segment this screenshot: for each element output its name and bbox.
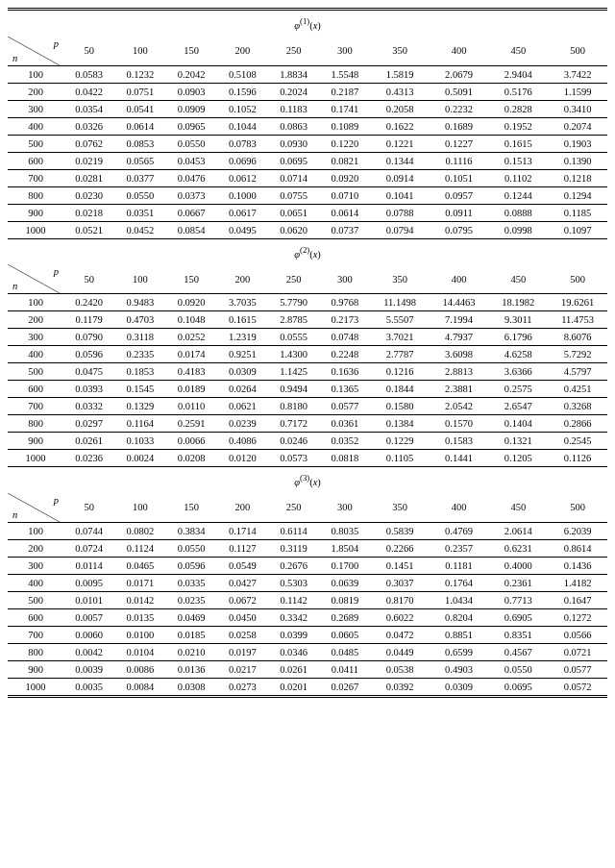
data-cell: 1.1599 xyxy=(548,83,607,100)
corner-cell: p n xyxy=(8,264,63,294)
data-cell: 0.8170 xyxy=(371,591,430,608)
data-cell: 0.0888 xyxy=(488,204,548,221)
data-cell: 0.1436 xyxy=(548,557,607,574)
data-cell: 0.1044 xyxy=(217,117,268,135)
data-cell: 0.1179 xyxy=(63,311,114,329)
data-cell: 1.1425 xyxy=(268,363,319,381)
data-cell: 0.1390 xyxy=(548,152,607,169)
data-cell: 1.4300 xyxy=(268,346,319,363)
data-cell: 0.0755 xyxy=(268,186,319,204)
data-cell: 0.1583 xyxy=(430,433,489,450)
data-cell: 0.0550 xyxy=(114,186,165,204)
data-cell: 11.1498 xyxy=(371,294,430,311)
col-header: 450 xyxy=(488,264,548,294)
data-cell: 0.0788 xyxy=(371,204,430,221)
data-cell: 0.0577 xyxy=(319,398,370,415)
data-cell: 0.0538 xyxy=(371,660,430,678)
table-row: 8000.00420.01040.02100.01970.03460.04850… xyxy=(8,643,607,660)
table-row: 4000.05960.23350.01740.92511.43000.22482… xyxy=(8,346,607,363)
data-cell: 0.1441 xyxy=(430,450,489,467)
data-cell: 0.1903 xyxy=(548,135,607,152)
row-header: 400 xyxy=(8,574,63,591)
row-header: 200 xyxy=(8,539,63,557)
col-header: 500 xyxy=(548,37,607,66)
data-cell: 6.2039 xyxy=(548,522,607,539)
row-header: 200 xyxy=(8,311,63,329)
data-cell: 0.0057 xyxy=(63,608,114,626)
data-cell: 0.1033 xyxy=(114,433,165,450)
data-cell: 0.2420 xyxy=(63,294,114,311)
table-row: 5000.01010.01420.02350.06720.11420.08190… xyxy=(8,591,607,608)
data-cell: 0.1126 xyxy=(548,450,607,467)
table-row: 8000.02970.11640.25910.02390.71720.03610… xyxy=(8,415,607,433)
data-cell: 0.0392 xyxy=(371,678,430,696)
data-cell: 0.0566 xyxy=(548,626,607,643)
data-cell: 0.0485 xyxy=(319,643,370,660)
data-cell: 0.1689 xyxy=(430,117,489,135)
data-cell: 3.6366 xyxy=(488,363,548,381)
table-row: 7000.03320.13290.01100.06210.81800.05770… xyxy=(8,398,607,415)
table-row: 2000.04220.07510.09030.15960.20240.21870… xyxy=(8,83,607,100)
data-cell: 0.8204 xyxy=(430,608,489,626)
table-row: 6000.00570.01350.04690.04500.33420.26890… xyxy=(8,608,607,626)
data-cell: 0.0086 xyxy=(114,660,165,678)
data-cell: 0.0472 xyxy=(371,626,430,643)
data-cell: 3.7422 xyxy=(548,65,607,83)
data-cell: 0.6599 xyxy=(430,643,489,660)
row-header: 1000 xyxy=(8,450,63,467)
data-cell: 0.1220 xyxy=(319,135,370,152)
col-header: 400 xyxy=(430,264,489,294)
data-cell: 0.3037 xyxy=(371,574,430,591)
row-header: 900 xyxy=(8,204,63,221)
table-row: 4000.00950.01710.03350.04270.53030.06390… xyxy=(8,574,607,591)
data-cell: 0.0550 xyxy=(488,660,548,678)
data-cell: 0.0721 xyxy=(548,643,607,660)
data-cell: 0.2058 xyxy=(371,100,430,117)
table-row: 5000.04750.18530.41830.03091.14250.16360… xyxy=(8,363,607,381)
data-cell: 0.1294 xyxy=(548,186,607,204)
data-cell: 3.7035 xyxy=(217,294,268,311)
data-cell: 0.0230 xyxy=(63,186,114,204)
data-cell: 2.9404 xyxy=(488,65,548,83)
data-cell: 0.1764 xyxy=(430,574,489,591)
data-cell: 0.0714 xyxy=(268,169,319,186)
data-cell: 0.0672 xyxy=(217,591,268,608)
data-cell: 0.0335 xyxy=(166,574,217,591)
data-cell: 0.2248 xyxy=(319,346,370,363)
data-table: φ(1)(x) p n 5010015020025030035040045050… xyxy=(8,8,607,698)
data-cell: 0.1205 xyxy=(488,450,548,467)
col-header: 300 xyxy=(319,264,370,294)
data-cell: 14.4463 xyxy=(430,294,489,311)
data-cell: 0.0039 xyxy=(63,660,114,678)
data-cell: 0.1124 xyxy=(114,539,165,557)
data-cell: 0.8614 xyxy=(548,539,607,557)
data-cell: 0.2173 xyxy=(319,311,370,329)
data-cell: 1.4182 xyxy=(548,574,607,591)
data-cell: 0.1102 xyxy=(488,169,548,186)
data-cell: 0.3342 xyxy=(268,608,319,626)
row-axis-label: n xyxy=(12,53,17,63)
data-cell: 2.8813 xyxy=(430,363,489,381)
data-cell: 0.0377 xyxy=(114,169,165,186)
data-cell: 0.0352 xyxy=(319,433,370,450)
col-header: 300 xyxy=(319,37,370,66)
col-header: 100 xyxy=(114,264,165,294)
data-cell: 0.0024 xyxy=(114,450,165,467)
data-cell: 0.0821 xyxy=(319,152,370,169)
data-cell: 0.9483 xyxy=(114,294,165,311)
data-cell: 1.8504 xyxy=(319,539,370,557)
data-cell: 0.1647 xyxy=(548,591,607,608)
data-cell: 0.0189 xyxy=(166,381,217,398)
data-cell: 0.0696 xyxy=(217,152,268,169)
data-cell: 0.1185 xyxy=(548,204,607,221)
data-cell: 0.1404 xyxy=(488,415,548,433)
data-cell: 0.0453 xyxy=(166,152,217,169)
data-cell: 0.0541 xyxy=(114,100,165,117)
data-cell: 0.1844 xyxy=(371,381,430,398)
data-cell: 0.0267 xyxy=(319,678,370,696)
data-cell: 0.0550 xyxy=(166,539,217,557)
data-cell: 0.0393 xyxy=(63,381,114,398)
row-header: 1000 xyxy=(8,678,63,696)
data-cell: 0.5839 xyxy=(371,522,430,539)
data-cell: 0.0957 xyxy=(430,186,489,204)
